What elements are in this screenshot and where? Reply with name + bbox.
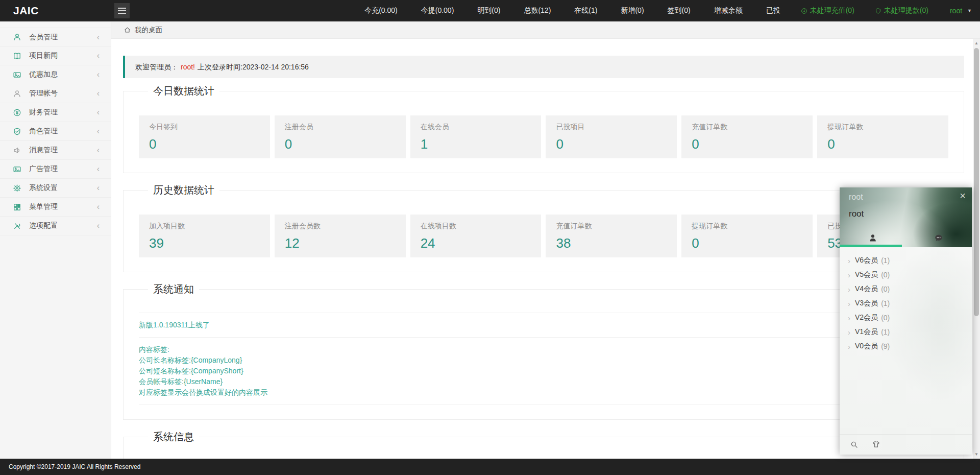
sidebar-item-roles[interactable]: 角色管理 ‹ [0, 122, 111, 141]
topnav-online[interactable]: 在线(1) [574, 6, 597, 15]
stat-card-online-projects: 在线项目数 24 [410, 215, 542, 257]
sidebar-item-promotions[interactable]: 优惠加息 ‹ [0, 65, 111, 84]
member-group-v0[interactable]: › V0会员 (9) [840, 339, 972, 353]
im-username-watermark: root [849, 193, 863, 202]
breadcrumb: 我的桌面 [111, 21, 980, 39]
shield-icon [875, 8, 881, 14]
scroll-up-arrow-icon[interactable]: ▲ [973, 41, 980, 45]
copyright-text: Copyright ©2017-2019 JAIC All Rights Res… [9, 463, 140, 470]
section-system-notice: 系统通知 新版1.0.190311上线了 内容标签: 公司长名称标签:{Comp… [123, 282, 964, 420]
tools-icon [13, 222, 21, 230]
topnav-due-tomorrow[interactable]: 明到(0) [477, 6, 500, 15]
chat-bubble-icon [934, 233, 943, 243]
history-cards: 加入项目数 39 注册会员数 12 在线项目数 24 充值订单数 38 提现订单… [139, 215, 948, 257]
sidebar-item-menu-management[interactable]: 菜单管理 ‹ [0, 198, 111, 217]
topnav-invested[interactable]: 已投 [766, 6, 780, 15]
tab-chats[interactable] [906, 232, 972, 244]
sidebar-item-option-config[interactable]: 选项配置 ‹ [0, 217, 111, 235]
member-group-v1[interactable]: › V1会员 (1) [840, 325, 972, 339]
chevron-left-icon: ‹ [97, 33, 100, 41]
topnav-signin[interactable]: 签到(0) [668, 6, 691, 15]
today-cards: 今日签到 0 注册会员 0 在线会员 1 已投项目 0 充值订单数 0 [139, 115, 948, 158]
user-menu[interactable]: root ▼ [950, 7, 972, 15]
notice-item: 新版1.0.190311上线了 [139, 313, 948, 337]
member-group-v2[interactable]: › V2会员 (0) [840, 311, 972, 325]
topnav-pending-withdraw[interactable]: 未处理提款(0) [875, 6, 928, 15]
topnav-today-withdraw[interactable]: 今提(0.00) [421, 6, 454, 15]
section-title: 历史数据统计 [148, 183, 219, 197]
topnav-pending-recharge[interactable]: 未处理充值(0) [801, 6, 854, 15]
stat-card-recharge-orders-total: 充值订单数 38 [546, 215, 677, 257]
hamburger-icon [118, 8, 126, 9]
admin-user-icon [13, 89, 21, 98]
topnav-new[interactable]: 新增(0) [621, 6, 644, 15]
topbar: JAIC 今充(0.00) 今提(0.00) 明到(0) 总数(12) 在线(1… [0, 0, 980, 21]
notice-link[interactable]: 新版1.0.190311上线了 [139, 321, 210, 329]
notice-list: 新版1.0.190311上线了 内容标签: 公司长名称标签:{CompanyLo… [139, 313, 948, 405]
section-title: 今日数据统计 [148, 84, 219, 98]
member-group-v6[interactable]: › V6会员 (1) [840, 253, 972, 268]
sidebar-item-admin-accounts[interactable]: 管理帐号 ‹ [0, 84, 111, 103]
chevron-right-icon: › [848, 256, 850, 265]
chevron-left-icon: ‹ [97, 127, 100, 135]
stat-card-today-signin: 今日签到 0 [139, 115, 270, 158]
scroll-down-arrow-icon[interactable]: ▼ [973, 452, 980, 457]
im-panel: root root × › V6会员 (1) › V5会员 (0) › V4会员… [840, 187, 972, 455]
search-icon[interactable] [850, 440, 859, 449]
menu-grid-icon [13, 203, 21, 211]
stat-card-withdraw-orders-total: 提现订单数 0 [681, 215, 813, 257]
stat-card-recharge-orders: 充值订单数 0 [681, 115, 813, 158]
chevron-left-icon: ‹ [97, 222, 100, 230]
member-group-v3[interactable]: › V3会员 (1) [840, 296, 972, 311]
close-icon[interactable]: × [960, 191, 966, 201]
welcome-suffix: 上次登录时间:2023-02-14 20:16:56 [198, 63, 309, 71]
sidebar-item-finance[interactable]: 财务管理 ‹ [0, 103, 111, 122]
sidebar-item-ads[interactable]: 广告管理 ‹ [0, 160, 111, 179]
chevron-right-icon: › [848, 328, 850, 337]
chevron-right-icon: › [848, 342, 850, 351]
sidebar-item-messages[interactable]: 消息管理 ‹ [0, 141, 111, 160]
chevron-left-icon: ‹ [97, 203, 100, 211]
sidebar-toggle-button[interactable] [114, 3, 130, 18]
chevron-left-icon: ‹ [97, 165, 100, 173]
footer: Copyright ©2017-2019 JAIC All Rights Res… [0, 459, 980, 475]
topnav-today-recharge[interactable]: 今充(0.00) [364, 6, 398, 15]
stat-card-registered-members: 注册会员 0 [275, 115, 406, 158]
yen-circle-icon [13, 108, 21, 117]
stat-card-registered-members-total: 注册会员数 12 [275, 215, 406, 257]
banner-icon [13, 70, 21, 79]
image-icon [13, 165, 21, 174]
tab-contacts[interactable] [840, 232, 906, 244]
home-icon[interactable] [124, 26, 131, 34]
breadcrumb-label[interactable]: 我的桌面 [135, 26, 162, 35]
chevron-right-icon: › [848, 271, 850, 279]
sidebar-item-members[interactable]: 会员管理 ‹ [0, 28, 111, 46]
topbar-nav: 今充(0.00) 今提(0.00) 明到(0) 总数(12) 在线(1) 新增(… [341, 0, 972, 21]
chevron-left-icon: ‹ [97, 184, 100, 192]
chevron-left-icon: ‹ [97, 108, 100, 116]
member-group-v4[interactable]: › V4会员 (0) [840, 282, 972, 296]
im-username: root [849, 209, 864, 219]
im-panel-header: root root × [840, 187, 972, 247]
welcome-username: root! [181, 63, 195, 71]
topnav-total[interactable]: 总数(12) [524, 6, 551, 15]
sidebar-item-system-settings[interactable]: 系统设置 ‹ [0, 179, 111, 198]
shield-check-icon [13, 127, 21, 136]
gear-icon [13, 184, 21, 193]
chevron-left-icon: ‹ [97, 52, 100, 60]
notice-item-content-tags: 内容标签: 公司长名称标签:{CompanyLong} 公司短名称标签:{Com… [139, 337, 948, 405]
welcome-prefix: 欢迎管理员： [135, 63, 178, 71]
section-title: 系统信息 [148, 430, 199, 444]
circle-arrow-down-icon [801, 8, 807, 14]
tshirt-skin-icon[interactable] [872, 440, 880, 449]
sidebar-item-project-news[interactable]: 项目新闻 ‹ [0, 46, 111, 65]
member-group-v5[interactable]: › V5会员 (0) [840, 268, 972, 282]
chevron-right-icon: › [848, 314, 850, 322]
topnav-adjust-balance[interactable]: 增减余额 [714, 6, 743, 15]
page-scrollbar[interactable]: ▲ ▼ [973, 39, 980, 459]
sidebar: 会员管理 ‹ 项目新闻 ‹ 优惠加息 ‹ 管理帐号 ‹ 财务管理 ‹ 角色管理 … [0, 21, 111, 459]
speaker-icon [13, 146, 21, 155]
active-tab-indicator [840, 245, 902, 247]
scrollbar-thumb[interactable] [974, 48, 979, 316]
person-icon [868, 233, 877, 243]
